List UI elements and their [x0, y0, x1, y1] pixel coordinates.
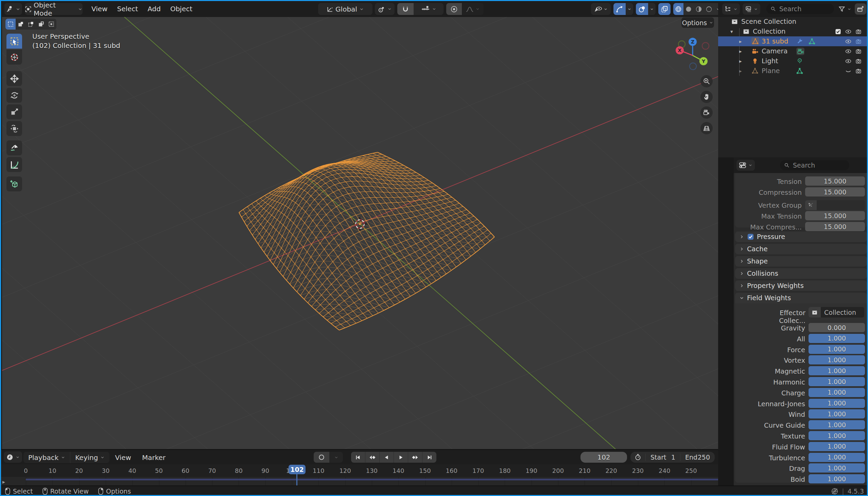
- panel-header-property-weights[interactable]: Property Weights: [735, 280, 867, 291]
- editor-type-button[interactable]: [4, 3, 22, 15]
- timeline-menu-marker[interactable]: Marker: [137, 450, 171, 465]
- mode-selector[interactable]: Object Mode: [25, 3, 83, 15]
- current-frame-field[interactable]: 102: [581, 452, 627, 463]
- show-gizmos-toggle[interactable]: [613, 3, 626, 15]
- tool-select-box[interactable]: [6, 34, 22, 49]
- outliner-display-mode-button[interactable]: [743, 3, 760, 15]
- outliner-row-scene-collection[interactable]: Scene Collection: [718, 17, 868, 27]
- orientation-gizmo[interactable]: ZXY: [672, 33, 715, 78]
- outliner-filter-button[interactable]: [836, 3, 853, 15]
- tool-scale[interactable]: [6, 104, 22, 119]
- weight-slider-boid[interactable]: 1.000: [808, 474, 865, 483]
- tool-rotate[interactable]: [6, 88, 22, 103]
- weight-slider-harmonic[interactable]: 1.000: [808, 377, 865, 386]
- outliner-editor-type-button[interactable]: [722, 3, 740, 15]
- weight-slider-gravity[interactable]: 0.000: [808, 323, 865, 332]
- menu-object[interactable]: Object: [165, 1, 197, 16]
- outliner-search-input[interactable]: Search: [767, 4, 834, 14]
- tool-measure[interactable]: [6, 157, 22, 172]
- weight-slider-magnetic[interactable]: 1.000: [808, 366, 865, 375]
- show-overlays-toggle[interactable]: [636, 3, 648, 15]
- show-gizmo-visibility-button[interactable]: [591, 3, 611, 15]
- play-button[interactable]: [394, 452, 408, 463]
- auto-keying-toggle[interactable]: [314, 452, 329, 463]
- effector-collection-field[interactable]: Collection: [808, 307, 864, 317]
- play-reverse-button[interactable]: [379, 452, 394, 463]
- end-frame-field[interactable]: End250: [680, 453, 715, 461]
- pressure-checkbox[interactable]: [747, 233, 754, 241]
- eye-toggle[interactable]: [845, 28, 852, 35]
- camera-toggle[interactable]: [855, 38, 862, 45]
- timeline-menu-keying[interactable]: Keying: [70, 452, 109, 463]
- shading-solid-button[interactable]: [683, 3, 694, 15]
- panel-header-pressure[interactable]: Pressure: [735, 232, 867, 242]
- select-mode-intersect[interactable]: [46, 19, 57, 30]
- weight-slider-fluid-flow[interactable]: 1.000: [808, 442, 865, 451]
- weight-slider-force[interactable]: 1.000: [808, 345, 865, 354]
- number-field-max-tension[interactable]: 15.000: [805, 211, 865, 220]
- new-collection-button[interactable]: [855, 3, 866, 15]
- select-mode-invert[interactable]: [36, 19, 46, 30]
- falloff-selector[interactable]: [462, 3, 484, 15]
- snap-toggle[interactable]: [397, 3, 414, 15]
- outliner-row-31-subd[interactable]: ▸31 subd: [718, 36, 868, 46]
- select-mode-extend[interactable]: [16, 19, 26, 30]
- select-mode-new[interactable]: [5, 19, 16, 30]
- mesh-data-icon[interactable]: [796, 68, 803, 75]
- outliner-row-plane[interactable]: ▸Plane: [718, 66, 868, 76]
- tool-annotate[interactable]: [6, 140, 22, 155]
- camera-toggle[interactable]: [855, 48, 862, 55]
- timeline-ruler[interactable]: 0102030405060708090100110120130140150160…: [1, 464, 718, 485]
- next-keyframe-button[interactable]: [408, 452, 422, 463]
- eye-toggle[interactable]: [845, 58, 852, 65]
- weight-slider-charge[interactable]: 1.000: [808, 388, 865, 397]
- panel-header-collisions[interactable]: Collisions: [735, 268, 867, 279]
- network-offline-icon[interactable]: [831, 487, 838, 495]
- wrench-icon[interactable]: [796, 38, 803, 45]
- weight-slider-turbulence[interactable]: 1.000: [808, 453, 865, 462]
- weight-slider-drag[interactable]: 1.000: [808, 463, 865, 472]
- weight-slider-curve-guide[interactable]: 1.000: [808, 420, 865, 429]
- timeline-menu-view[interactable]: View: [109, 450, 136, 465]
- vertex-group-field[interactable]: [805, 200, 865, 210]
- collapse-arrow-icon[interactable]: ▾: [730, 29, 733, 35]
- weight-slider-texture[interactable]: 1.000: [808, 431, 865, 440]
- camera-toggle[interactable]: [855, 68, 862, 75]
- camera-toggle[interactable]: [855, 58, 862, 65]
- properties-editor-type-button[interactable]: [737, 160, 755, 171]
- number-field-compression[interactable]: 15.000: [805, 187, 865, 197]
- menu-add[interactable]: Add: [143, 1, 165, 16]
- menu-view[interactable]: View: [87, 1, 112, 16]
- outliner-row-collection[interactable]: ▾Collection: [718, 27, 868, 36]
- axis-neg-z[interactable]: [690, 63, 696, 70]
- weight-slider-wind[interactable]: 1.000: [808, 409, 865, 418]
- overlays-popover-chevron[interactable]: [648, 3, 656, 15]
- timeline-menu-playback[interactable]: Playback: [23, 452, 70, 463]
- panel-header-cache[interactable]: Cache: [735, 244, 867, 254]
- axis-neg-x[interactable]: [702, 43, 709, 49]
- nav-zoom-button[interactable]: [700, 75, 713, 87]
- use-preview-range-button[interactable]: [630, 454, 645, 461]
- weight-slider-lennard-jones[interactable]: 1.000: [808, 399, 865, 408]
- start-frame-field[interactable]: Start1: [645, 453, 680, 461]
- camera-data-icon[interactable]: [796, 48, 804, 55]
- playhead[interactable]: 102: [288, 465, 305, 474]
- jump-start-button[interactable]: [351, 452, 365, 463]
- eye-toggle[interactable]: [845, 38, 852, 45]
- nav-pan-button[interactable]: [700, 91, 713, 103]
- camera-toggle[interactable]: [855, 28, 862, 35]
- shading-material-button[interactable]: [694, 3, 704, 15]
- outliner-row-camera[interactable]: ▸Camera: [718, 46, 868, 56]
- gizmos-popover-chevron[interactable]: [626, 3, 633, 15]
- region-expand-arrow[interactable]: ▸: [2, 479, 5, 485]
- shading-rendered-button[interactable]: [704, 3, 714, 15]
- number-field-tension[interactable]: 15.000: [805, 176, 865, 186]
- expand-arrow-icon[interactable]: ▸: [739, 68, 742, 74]
- tool-transform[interactable]: [6, 121, 22, 136]
- options-button[interactable]: Options: [681, 17, 714, 28]
- keying-popover-chevron[interactable]: [329, 452, 343, 463]
- mesh-data-icon[interactable]: [808, 38, 815, 45]
- expand-arrow-icon[interactable]: ▸: [739, 48, 742, 55]
- checkbox-toggle[interactable]: [835, 28, 841, 35]
- proportional-edit-toggle[interactable]: [446, 3, 462, 15]
